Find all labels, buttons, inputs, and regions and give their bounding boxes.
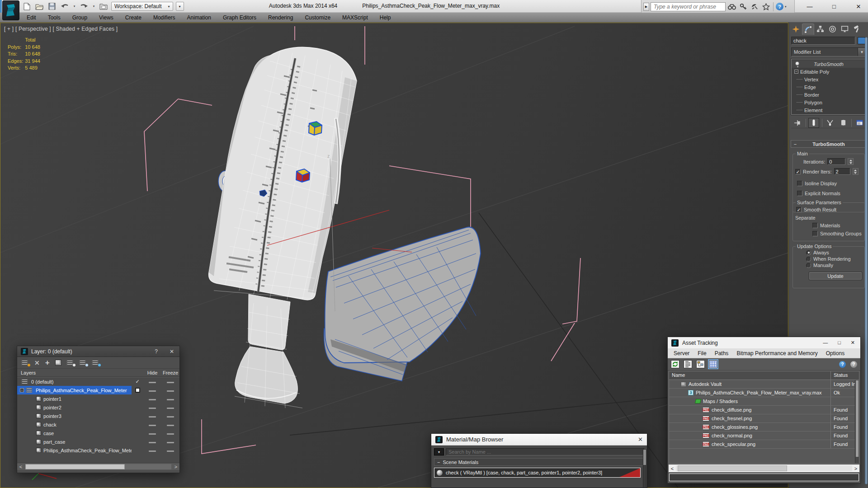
material-vscrollbar[interactable]	[643, 449, 646, 488]
configure-modifier-sets-icon[interactable]	[854, 118, 865, 128]
menu-create[interactable]: Create	[119, 13, 147, 23]
scene-materials-header[interactable]: − Scene Materials	[434, 458, 644, 466]
viewport-label[interactable]: [ + ] [ Perspective ] [ Shaded + Edged F…	[4, 26, 118, 32]
render-iters-checkbox[interactable]: ✓	[795, 169, 801, 174]
menu-group[interactable]: Group	[66, 13, 93, 23]
menu-customize[interactable]: Customize	[299, 13, 336, 23]
current-layer-check[interactable]: ✓	[132, 379, 143, 385]
asset-tracking-titlebar[interactable]: Asset Tracking — □ ✕	[668, 337, 860, 348]
select-objects-in-layer-icon[interactable]	[55, 360, 61, 366]
workspace-combo[interactable]: Workspace: Default ▾	[111, 2, 173, 11]
modifier-list-dropdown[interactable]: Modifier List ▾	[791, 47, 866, 56]
search-binoculars-icon[interactable]	[727, 2, 737, 12]
smoothing-groups-checkbox[interactable]	[812, 231, 818, 236]
asset-row-max-file[interactable]: 3Philips_AsthmaCheck_Peak_Flow_Meter_max…	[669, 389, 859, 397]
tab-display-icon[interactable]	[839, 23, 851, 35]
isoline-display-checkbox[interactable]	[797, 181, 802, 186]
search-history-button[interactable]: ▶	[643, 3, 649, 11]
turbosmooth-rollout-header[interactable]: − TurboSmooth	[791, 140, 867, 148]
asset-table-vscrollbar[interactable]	[855, 380, 859, 463]
stack-item-turbosmooth[interactable]: TurboSmooth	[792, 60, 866, 68]
tab-utilities-icon[interactable]	[851, 23, 863, 35]
layer-row-pointer3[interactable]: pointer3	[17, 412, 179, 420]
render-iters-value[interactable]: 2	[834, 168, 850, 175]
when-rendering-radio[interactable]	[806, 257, 811, 262]
save-file-icon[interactable]	[47, 1, 57, 11]
layer-row-chack[interactable]: chack	[17, 420, 179, 429]
stack-subitem-edge[interactable]: Edge	[792, 83, 866, 91]
col-hide[interactable]: Hide	[143, 370, 161, 375]
tab-hierarchy-icon[interactable]	[814, 23, 826, 35]
tab-modify-icon[interactable]	[802, 23, 814, 35]
at-menu-paths[interactable]: Paths	[711, 350, 733, 357]
undo-dropdown-icon[interactable]: ▾	[72, 1, 76, 11]
menu-maxscript[interactable]: MAXScript	[336, 13, 374, 23]
asset-row-specular[interactable]: PNGcheck_specular.png Found	[669, 440, 859, 449]
close-button[interactable]: ✕	[852, 3, 865, 10]
layer-row-case[interactable]: case	[17, 429, 179, 437]
open-file-icon[interactable]	[34, 1, 44, 11]
material-browser-close-button[interactable]: ✕	[638, 436, 643, 443]
at-help-icon[interactable]: ?	[839, 361, 846, 368]
highlight-layer-icon[interactable]	[80, 360, 87, 366]
at-minimize-button[interactable]: —	[823, 340, 828, 346]
stack-item-editable-poly[interactable]: − Editable Poly	[792, 68, 866, 75]
subscription-key-icon[interactable]	[738, 2, 748, 12]
col-layers[interactable]: Layers	[17, 370, 132, 375]
explicit-normals-checkbox[interactable]	[797, 191, 802, 196]
layer-dialog-titlebar[interactable]: Layer: 0 (default) ? ✕	[17, 346, 179, 357]
col-freeze[interactable]: Freeze	[161, 370, 179, 375]
render-iters-spinner[interactable]	[853, 168, 859, 175]
hierarchy-view-icon[interactable]	[696, 360, 705, 368]
new-file-icon[interactable]	[22, 1, 32, 11]
table-view-icon[interactable]	[709, 360, 717, 368]
layer-row-philips-selected[interactable]: − Philips_AsthmaCheck_Peak_Flow_Meter	[17, 386, 179, 394]
menu-graph-editors[interactable]: Graph Editors	[217, 13, 262, 23]
menu-modifiers[interactable]: Modifiers	[147, 13, 181, 23]
asset-row-glossines[interactable]: PNGcheck_glossines.png Found	[669, 423, 859, 432]
redo-icon[interactable]	[79, 1, 89, 11]
project-folder-icon[interactable]	[99, 1, 108, 11]
asset-hscrollbar[interactable]: < >	[669, 465, 859, 472]
tab-motion-icon[interactable]	[826, 23, 839, 35]
menu-tools[interactable]: Tools	[42, 13, 66, 23]
layer-row-part-case[interactable]: part_case	[17, 437, 179, 446]
layer-row-pointer1[interactable]: pointer1	[17, 394, 179, 403]
asset-row-vault[interactable]: Autodesk Vault Logged In	[669, 380, 859, 389]
asset-row-normal[interactable]: PNGcheck_normal.png Found	[669, 432, 859, 440]
hide-freeze-layer-icon[interactable]	[92, 360, 99, 366]
tab-create-icon[interactable]	[790, 23, 802, 35]
col-status[interactable]: Status	[831, 371, 859, 380]
menu-rendering[interactable]: Rendering	[262, 13, 299, 23]
scroll-left-icon[interactable]: <	[669, 466, 676, 471]
at-menu-server[interactable]: Server	[670, 350, 693, 357]
select-layer-icon[interactable]	[67, 360, 74, 366]
minimize-button[interactable]: —	[803, 3, 816, 10]
layer-hscrollbar[interactable]: < >	[17, 463, 179, 470]
pin-stack-icon[interactable]	[792, 118, 803, 128]
delete-layer-icon[interactable]: ✕	[34, 359, 40, 366]
layer-row-pointer2[interactable]: pointer2	[17, 403, 179, 412]
update-button[interactable]: Update	[809, 272, 862, 280]
at-menu-file[interactable]: File	[693, 350, 710, 357]
materials-checkbox[interactable]	[812, 223, 818, 228]
menu-animation[interactable]: Animation	[181, 13, 217, 23]
scroll-right-icon[interactable]: >	[852, 466, 859, 471]
create-new-layer-icon[interactable]	[22, 360, 29, 366]
show-end-result-icon[interactable]	[808, 118, 819, 128]
make-unique-icon[interactable]	[825, 118, 835, 128]
help-icon[interactable]: ?	[776, 3, 783, 10]
help-dropdown-icon[interactable]: ▾	[785, 5, 787, 9]
set-current-box[interactable]	[135, 388, 140, 393]
manually-radio[interactable]	[806, 263, 811, 268]
collapse-icon[interactable]: −	[794, 70, 798, 74]
asset-row-maps-shaders[interactable]: Maps / Shaders	[669, 397, 859, 406]
menu-help[interactable]: Help	[374, 13, 397, 23]
app-logo-button[interactable]	[2, 0, 19, 20]
object-name-field[interactable]	[791, 37, 855, 45]
keyword-search-input[interactable]	[651, 2, 726, 11]
at-close-button[interactable]: ✕	[851, 340, 855, 346]
col-name[interactable]: Name	[669, 371, 831, 380]
at-menu-bitmap-performance[interactable]: Bitmap Performance and Memory	[732, 350, 821, 357]
favorites-star-icon[interactable]	[761, 2, 771, 12]
